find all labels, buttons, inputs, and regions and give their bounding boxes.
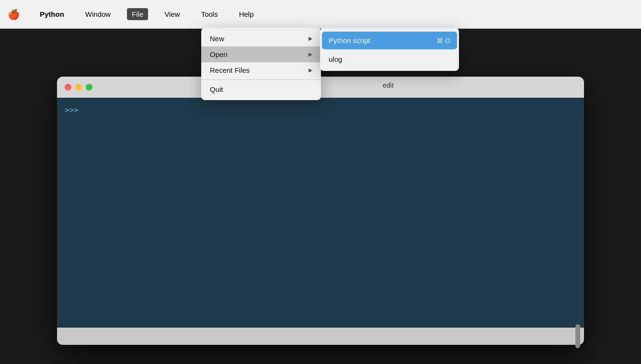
main-window: edit >>> — [57, 77, 584, 345]
terminal-area[interactable]: >>> — [57, 98, 584, 328]
menubar-window[interactable]: Window — [80, 8, 115, 20]
menu-item-open[interactable]: Open ▶ — [201, 46, 321, 62]
window-footer — [57, 328, 584, 345]
open-submenu-chevron: ▶ — [309, 51, 312, 57]
file-menu: New ▶ Open ▶ Recent Files ▶ Quit — [201, 28, 321, 100]
new-submenu-chevron: ▶ — [309, 35, 312, 42]
scrollbar-thumb[interactable] — [575, 324, 580, 348]
submenu-item-ulog[interactable]: ulog — [320, 50, 459, 68]
menu-item-recent-label: Recent Files — [210, 66, 250, 74]
window-title-partial: edit — [383, 81, 394, 89]
menu-item-open-label: Open — [210, 50, 228, 58]
close-button[interactable] — [65, 84, 71, 91]
menubar-python[interactable]: Python — [35, 8, 69, 20]
maximize-button[interactable] — [86, 84, 92, 91]
menubar-help[interactable]: Help — [234, 8, 259, 20]
minimize-button[interactable] — [75, 84, 82, 91]
menu-item-recent[interactable]: Recent Files ▶ — [201, 62, 321, 78]
open-submenu: Python script ⌘ O ulog — [320, 28, 459, 71]
menubar: 🍎 Python Window File View Tools Help — [0, 0, 641, 29]
python-prompt: >>> — [65, 105, 79, 114]
python-script-label: Python script — [329, 36, 370, 45]
menu-item-new[interactable]: New ▶ — [201, 31, 321, 46]
menu-item-new-label: New — [210, 34, 224, 43]
menubar-file[interactable]: File — [127, 8, 148, 20]
menubar-tools[interactable]: Tools — [196, 8, 223, 20]
menu-item-quit[interactable]: Quit — [201, 81, 321, 97]
menubar-view[interactable]: View — [160, 8, 184, 20]
apple-menu-icon[interactable]: 🍎 — [8, 9, 20, 20]
recent-submenu-chevron: ▶ — [309, 67, 312, 73]
python-script-shortcut: ⌘ O — [436, 37, 450, 45]
submenu-item-python-script[interactable]: Python script ⌘ O — [322, 32, 457, 49]
menu-item-quit-label: Quit — [210, 85, 223, 93]
ulog-label: ulog — [329, 55, 342, 63]
menu-divider — [201, 80, 321, 80]
